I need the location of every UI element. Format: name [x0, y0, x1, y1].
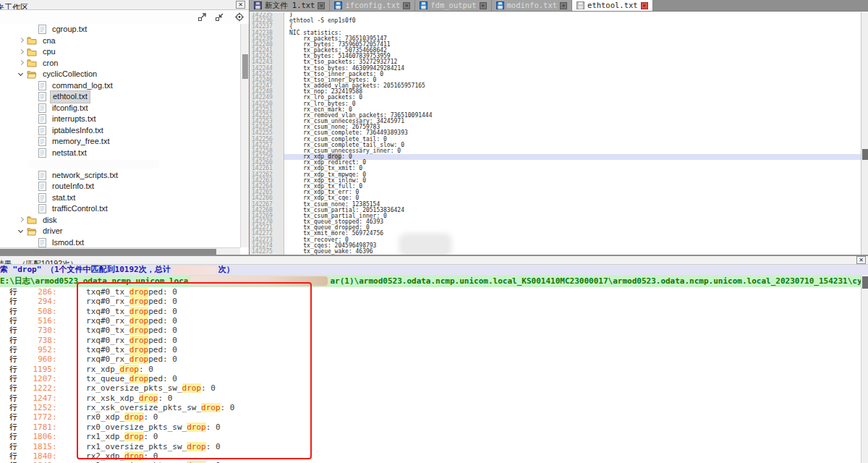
- tree-item-command-log-txt[interactable]: command_log.txt: [0, 80, 240, 92]
- result-text: rxq#0_rx_dropped: 0: [67, 336, 177, 345]
- tree-item-label: cna: [41, 35, 58, 47]
- result-row-line-1840[interactable]: 行1840: rx2_xdp_drop: 0: [0, 451, 861, 461]
- editor-vscroll-thumb[interactable]: [862, 149, 868, 160]
- result-row-line-286[interactable]: 行286: txq#0_tx_dropped: 0: [0, 287, 861, 297]
- result-row-line-1806[interactable]: 行1806: rx1_xdp_drop: 0: [0, 432, 861, 441]
- folder-open-icon: [27, 70, 37, 79]
- floppy-blue-icon: [420, 1, 427, 9]
- tab-close-icon[interactable]: ✕: [560, 2, 567, 9]
- floppy-blue-icon: [334, 1, 342, 9]
- result-line-number: 516: [17, 316, 52, 326]
- tree-item-label: lsmod.txt: [50, 237, 86, 248]
- chevron-right-icon[interactable]: [18, 38, 24, 43]
- result-row-line-1815[interactable]: 行1815: rx1_oversize_pkts_sw_drop: 0: [0, 442, 861, 451]
- tree-vertical-scrollbar: [240, 24, 249, 247]
- editor-line[interactable]: 142275 tx_queue_wake: 46396: [250, 249, 861, 255]
- tree-item-cpu[interactable]: cpu: [0, 46, 240, 58]
- tree-item-label: routeInfo.txt: [50, 181, 96, 192]
- match-highlight: drop: [201, 403, 221, 412]
- tree-item-memory-free-txt[interactable]: memory_free.txt: [0, 136, 240, 148]
- results-close-icon[interactable]: ✕: [856, 256, 866, 264]
- match-highlight: drop: [187, 422, 206, 432]
- result-text: rx_xsk_xdp_drop: 0: [67, 394, 173, 403]
- result-text: rxq#0_rx_dropped: 0: [67, 354, 177, 364]
- locate-file-icon[interactable]: [234, 12, 244, 22]
- result-line-number: 960: [17, 354, 52, 364]
- result-row-line-1772[interactable]: 行1772: rx0_xdp_drop: 0: [0, 412, 861, 422]
- result-row-line-1207[interactable]: 行1207: tx_queue_dropped: 0: [0, 374, 861, 383]
- tab-close-icon[interactable]: ✕: [641, 2, 648, 9]
- result-row-line-508[interactable]: 行508: txq#0_tx_dropped: 0: [0, 307, 861, 316]
- tab-close-icon[interactable]: ✕: [480, 2, 487, 9]
- tree-item-disk[interactable]: disk: [0, 215, 240, 226]
- tree-item-cgroup-txt[interactable]: cgroup.txt: [0, 24, 240, 35]
- result-file-path-right: ar(1)\armod0523.odata.ncmp.unicom.local_…: [330, 275, 867, 287]
- result-text: rx1_xdp_drop: 0: [67, 432, 158, 441]
- result-row-line-1252[interactable]: 行1252: rx_xsk_oversize_pkts_sw_drop: 0: [0, 403, 861, 412]
- file-icon: [38, 25, 46, 34]
- chevron-right-icon[interactable]: [18, 49, 24, 55]
- result-row-line-1195[interactable]: 行1195: rx_xdp_drop: 0: [0, 365, 861, 374]
- tab-fdm-output[interactable]: fdm_output✕: [415, 0, 491, 11]
- tree-item-network-scripts-txt[interactable]: network_scripts.txt: [0, 170, 240, 182]
- tree-item-ethtool-txt[interactable]: ethtool.txt: [0, 91, 240, 103]
- tab-close-icon[interactable]: ✕: [318, 2, 325, 9]
- result-row-line-1222[interactable]: 行1222: rx_oversize_pkts_sw_drop: 0: [0, 383, 861, 393]
- result-colon: :: [52, 422, 57, 432]
- editor-line[interactable]: 142236ethtool -S enp1s0f0: [250, 18, 861, 24]
- tab--1-txt[interactable]: 新文件 1.txt✕: [250, 0, 330, 11]
- redaction-blob: [173, 266, 216, 274]
- tab-ethtool-txt[interactable]: ethtool.txt✕: [572, 0, 653, 11]
- result-colon: :: [52, 383, 57, 393]
- tree-item-label: netstat.txt: [50, 148, 89, 159]
- chevron-down-icon[interactable]: [18, 229, 24, 234]
- app-window: 夹工作区 ✕ cgroup.txtcnacpucroncyclicCollect…: [0, 0, 868, 463]
- floppy-blue-icon: [496, 1, 504, 9]
- tree-item-driver[interactable]: driver: [0, 226, 240, 237]
- collapse-all-icon[interactable]: [215, 12, 225, 22]
- results-vscroll-thumb[interactable]: [862, 276, 868, 289]
- chevron-right-icon[interactable]: [18, 217, 24, 223]
- match-highlight: drop: [187, 442, 206, 451]
- tab-close-icon[interactable]: ✕: [403, 2, 410, 9]
- workspace-close-icon[interactable]: ✕: [236, 1, 245, 9]
- result-row-line-730[interactable]: 行730: txq#0_tx_dropped: 0: [0, 326, 861, 335]
- results-titlebar: 结果 - （匹配10192次） ✕: [0, 256, 868, 265]
- file-icon: [38, 126, 46, 135]
- result-row-line-960[interactable]: 行960: rxq#0_rx_dropped: 0: [0, 354, 861, 364]
- tree-item-cycliccollection[interactable]: cyclicCollection: [0, 69, 240, 80]
- tree-item-routeinfo-txt[interactable]: routeInfo.txt: [0, 181, 240, 192]
- row-label: 行: [9, 394, 17, 403]
- chevron-down-icon[interactable]: [18, 72, 24, 77]
- result-row-line-952[interactable]: 行952: txq#0_tx_dropped: 0: [0, 345, 861, 354]
- result-row-line-738[interactable]: 行738: rxq#0_rx_dropped: 0: [0, 336, 861, 345]
- tree-item-trafficcontrol-txt[interactable]: trafficControl.txt: [0, 203, 240, 215]
- editor-panel: 新文件 1.txt✕ifconfig.txt✕fdm_output✕modinf…: [250, 0, 868, 255]
- tree-item-ifconfig-txt[interactable]: ifconfig.txt: [0, 103, 240, 114]
- tree-item-netstat-txt[interactable]: netstat.txt: [0, 148, 240, 159]
- redaction-blob: [29, 160, 159, 169]
- workspace-title: 夹工作区: [0, 3, 28, 10]
- match-highlight: drop: [129, 297, 149, 306]
- editor-text-area[interactable]: 142235}142236ethtool -S enp1s0f0142237{1…: [250, 12, 861, 255]
- expand-all-icon[interactable]: [197, 12, 208, 22]
- row-label: 行: [9, 383, 17, 393]
- tree-vscroll-thumb[interactable]: [242, 54, 248, 79]
- chevron-right-icon[interactable]: [18, 60, 24, 66]
- result-row-line-294[interactable]: 行294: rxq#0_rx_dropped: 0: [0, 297, 861, 306]
- result-row-line-516[interactable]: 行516: rxq#0_rx_dropped: 0: [0, 316, 861, 326]
- result-row-line-1781[interactable]: 行1781: rx0_oversize_pkts_sw_drop: 0: [0, 422, 861, 432]
- tree-item-cna[interactable]: cna: [0, 35, 240, 47]
- result-file-path-line[interactable]: E:\日志\armod0523.odata.ncmp.unicom.loca a…: [0, 275, 868, 287]
- tab-modinfo-txt[interactable]: modinfo.txt✕: [492, 0, 573, 11]
- row-label: 行: [9, 354, 17, 364]
- tab-ifconfig-txt[interactable]: ifconfig.txt✕: [330, 0, 415, 11]
- tree-item-iptablesinfo-txt[interactable]: iptablesInfo.txt: [0, 125, 240, 137]
- tree-hscroll-thumb[interactable]: [0, 249, 216, 255]
- tree-item-lsmod-txt[interactable]: lsmod.txt: [0, 237, 240, 248]
- tree-item-interrupts-txt[interactable]: interrupts.txt: [0, 114, 240, 125]
- result-text: txq#0_tx_dropped: 0: [67, 326, 177, 335]
- tree-item-cron[interactable]: cron: [0, 58, 240, 69]
- result-row-line-1247[interactable]: 行1247: rx_xsk_xdp_drop: 0: [0, 394, 861, 403]
- tree-item-stat-txt[interactable]: stat.txt: [0, 192, 240, 204]
